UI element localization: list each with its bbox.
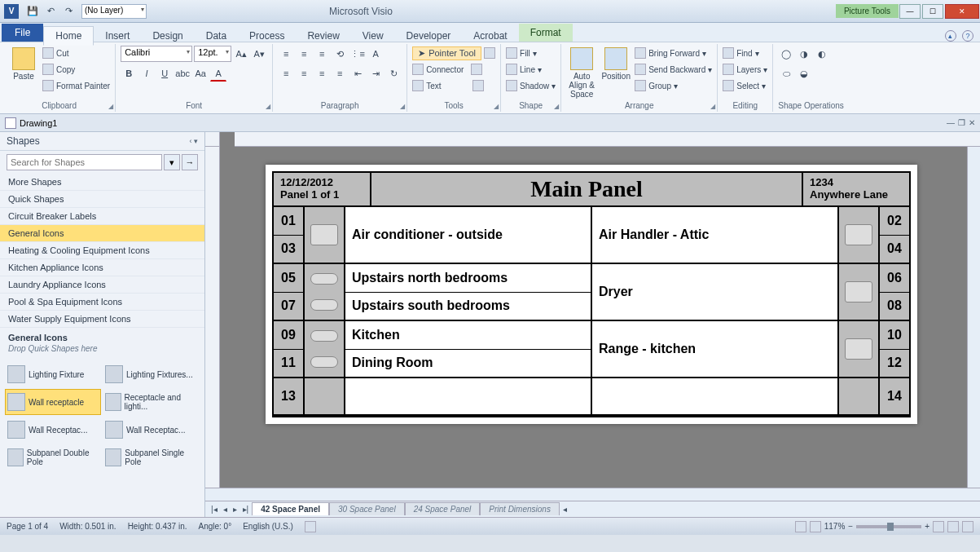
text-tool-button[interactable]: Text bbox=[412, 78, 495, 93]
cut-button[interactable]: Cut bbox=[42, 46, 110, 60]
send-backward-button[interactable]: Send Backward ▾ bbox=[635, 62, 712, 77]
fit-page-icon[interactable] bbox=[933, 521, 944, 532]
orientation-icon[interactable]: ⟲ bbox=[332, 46, 348, 62]
sheet-tab[interactable]: Print Dimensions bbox=[480, 502, 560, 515]
rotate-text-icon[interactable]: ↻ bbox=[385, 65, 402, 82]
shapes-pane-menu-icon[interactable]: ‹ ▾ bbox=[190, 137, 199, 145]
macro-record-icon[interactable] bbox=[305, 521, 316, 532]
copy-button[interactable]: Copy bbox=[42, 62, 110, 77]
search-shapes-input[interactable] bbox=[7, 154, 162, 170]
bullets-icon[interactable]: ⋮≡ bbox=[349, 46, 366, 62]
collapse-ribbon-icon[interactable]: ▴ bbox=[945, 30, 956, 42]
stencil-item[interactable]: General Icons bbox=[0, 225, 204, 242]
file-tab[interactable]: File bbox=[2, 24, 43, 42]
combine-icon[interactable]: ◑ bbox=[796, 46, 812, 62]
tab-nav-first-icon[interactable]: |◂ bbox=[209, 505, 220, 514]
close-button[interactable]: ✕ bbox=[945, 4, 979, 19]
layers-button[interactable]: Layers ▾ bbox=[723, 62, 767, 77]
italic-button[interactable]: I bbox=[138, 65, 155, 82]
redo-icon[interactable]: ↷ bbox=[60, 3, 77, 20]
stencil-item[interactable]: Laundry Appliance Icons bbox=[0, 276, 204, 294]
shape-master[interactable]: Subpanel Double Pole bbox=[5, 444, 101, 470]
switch-windows-icon[interactable] bbox=[962, 521, 973, 532]
doc-close-icon[interactable]: ✕ bbox=[969, 118, 975, 127]
connector-tool-button[interactable]: Connector bbox=[412, 62, 495, 77]
undo-icon[interactable]: ↶ bbox=[42, 3, 59, 20]
minimize-button[interactable]: — bbox=[899, 4, 921, 19]
shape-master[interactable]: Lighting Fixtures... bbox=[103, 361, 199, 387]
ellipse-tool-icon[interactable] bbox=[472, 80, 484, 91]
tab-nav-next-icon[interactable]: ▸ bbox=[231, 505, 240, 514]
select-button[interactable]: Select ▾ bbox=[723, 78, 767, 93]
align-top-icon[interactable]: ≡ bbox=[278, 46, 294, 62]
paste-button[interactable]: Paste bbox=[8, 46, 39, 101]
dialog-launcher-icon[interactable]: ◢ bbox=[710, 103, 715, 110]
tab-process[interactable]: Process bbox=[238, 27, 296, 45]
align-center-icon[interactable]: ≡ bbox=[296, 65, 312, 82]
stencil-item[interactable]: Quick Shapes bbox=[0, 191, 204, 208]
stencil-item[interactable]: Kitchen Appliance Icons bbox=[0, 259, 204, 276]
freeform-tool-icon[interactable] bbox=[471, 64, 482, 75]
subtract-icon[interactable]: ◒ bbox=[796, 65, 812, 82]
shape-master[interactable]: Subpanel Single Pole bbox=[103, 444, 199, 470]
intersect-icon[interactable]: ⬭ bbox=[778, 65, 794, 82]
stencil-item[interactable]: More Shapes bbox=[0, 174, 204, 191]
bring-forward-button[interactable]: Bring Forward ▾ bbox=[635, 46, 712, 60]
drawing-canvas[interactable]: 12/12/2012 Panel 1 of 1 Main Panel 1234 … bbox=[220, 147, 967, 488]
strike-button[interactable]: abc bbox=[174, 65, 191, 82]
shape-master[interactable]: Receptacle and lighti... bbox=[103, 389, 199, 415]
search-go-icon[interactable]: → bbox=[182, 154, 198, 170]
stencil-item[interactable]: Heating & Cooling Equipment Icons bbox=[0, 242, 204, 259]
help-icon[interactable]: ? bbox=[962, 30, 973, 42]
align-right-icon[interactable]: ≡ bbox=[314, 65, 330, 82]
case-button[interactable]: Aa bbox=[192, 65, 209, 82]
tab-nav-prev-icon[interactable]: ◂ bbox=[221, 505, 230, 514]
tab-scroll-icon[interactable]: ◂ bbox=[560, 505, 569, 514]
line-button[interactable]: Line ▾ bbox=[506, 62, 556, 77]
textblock-icon[interactable]: A bbox=[367, 46, 384, 62]
zoom-in-icon[interactable]: + bbox=[925, 522, 929, 531]
tab-nav-last-icon[interactable]: ▸| bbox=[240, 505, 252, 514]
stencil-item[interactable]: Water Supply Equipment Icons bbox=[0, 311, 204, 328]
tab-acrobat[interactable]: Acrobat bbox=[462, 27, 518, 45]
position-button[interactable]: Position bbox=[600, 46, 631, 101]
union-icon[interactable]: ◯ bbox=[778, 46, 794, 62]
shrink-font-icon[interactable]: A▾ bbox=[251, 46, 267, 62]
status-language[interactable]: English (U.S.) bbox=[243, 522, 293, 531]
align-bottom-icon[interactable]: ≡ bbox=[314, 46, 330, 62]
maximize-button[interactable]: ☐ bbox=[922, 4, 943, 19]
format-painter-button[interactable]: Format Painter bbox=[42, 78, 110, 93]
dialog-launcher-icon[interactable]: ◢ bbox=[108, 103, 113, 110]
tab-developer[interactable]: Developer bbox=[395, 27, 463, 45]
dialog-launcher-icon[interactable]: ◢ bbox=[400, 103, 405, 110]
align-left-icon[interactable]: ≡ bbox=[278, 65, 294, 82]
inc-indent-icon[interactable]: ⇥ bbox=[367, 65, 384, 82]
stencil-item[interactable]: Circuit Breaker Labels bbox=[0, 208, 204, 225]
tab-insert[interactable]: Insert bbox=[94, 27, 141, 45]
shape-master[interactable]: Wall Receptac... bbox=[5, 417, 101, 443]
find-button[interactable]: Find ▾ bbox=[723, 46, 767, 60]
grow-font-icon[interactable]: A▴ bbox=[233, 46, 249, 62]
horizontal-scrollbar[interactable] bbox=[205, 488, 980, 501]
tab-design[interactable]: Design bbox=[141, 27, 194, 45]
group-button[interactable]: Group ▾ bbox=[635, 78, 712, 93]
shape-master[interactable]: Wall Receptac... bbox=[103, 417, 199, 443]
zoom-out-icon[interactable]: − bbox=[848, 522, 853, 531]
pointer-tool-button[interactable]: ➤Pointer Tool bbox=[412, 46, 481, 60]
rectangle-tool-icon[interactable] bbox=[484, 47, 495, 59]
sheet-tab[interactable]: 24 Space Panel bbox=[405, 502, 481, 515]
tab-review[interactable]: Review bbox=[296, 27, 350, 45]
font-color-button[interactable]: A bbox=[210, 65, 226, 82]
dialog-launcher-icon[interactable]: ◢ bbox=[266, 103, 270, 110]
fill-button[interactable]: Fill ▾ bbox=[506, 46, 556, 60]
justify-icon[interactable]: ≡ bbox=[332, 65, 348, 82]
doc-restore-icon[interactable]: ❐ bbox=[958, 118, 965, 127]
bold-button[interactable]: B bbox=[121, 65, 137, 82]
fragment-icon[interactable]: ◐ bbox=[814, 46, 830, 62]
vertical-scrollbar[interactable] bbox=[967, 147, 980, 488]
dec-indent-icon[interactable]: ⇤ bbox=[349, 65, 366, 82]
autoalign-button[interactable]: Auto Align & Space bbox=[566, 46, 597, 101]
doc-minimize-icon[interactable]: — bbox=[947, 118, 955, 127]
align-middle-icon[interactable]: ≡ bbox=[296, 46, 312, 62]
layer-selector[interactable]: (No Layer) bbox=[81, 4, 147, 19]
